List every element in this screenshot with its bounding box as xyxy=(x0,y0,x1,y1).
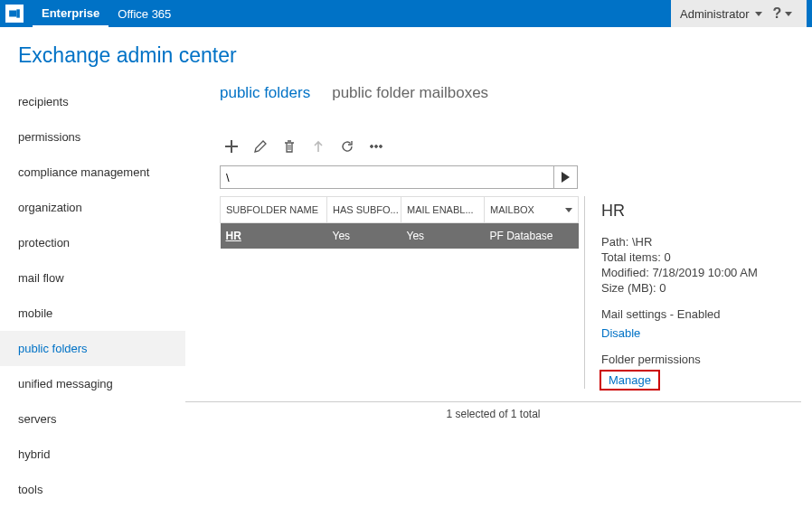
folder-table: SUBFOLDER NAME HAS SUBFO... MAIL ENABL..… xyxy=(220,196,579,389)
help-icon: ? xyxy=(773,5,782,22)
svg-point-3 xyxy=(375,146,378,148)
cell-name: HR xyxy=(221,223,327,249)
sidebar-item-hybrid[interactable]: hybrid xyxy=(0,437,185,472)
refresh-button[interactable] xyxy=(339,138,355,155)
manage-link[interactable]: Manage xyxy=(601,372,658,389)
more-button[interactable] xyxy=(368,138,384,155)
svg-point-4 xyxy=(380,146,382,148)
sidebar-item-public-folders[interactable]: public folders xyxy=(0,331,185,366)
go-button[interactable] xyxy=(554,165,578,189)
sub-nav: public folders public folder mailboxes xyxy=(220,84,801,102)
col-has-subfolders[interactable]: HAS SUBFO... xyxy=(327,197,401,223)
path-input[interactable] xyxy=(220,165,554,189)
topbar-right: Administrator ? xyxy=(671,0,807,27)
sidebar-item-mailflow[interactable]: mail flow xyxy=(0,260,185,296)
col-mailbox[interactable]: MAILBOX xyxy=(485,197,579,223)
details-size: Size (MB): 0 xyxy=(601,281,801,295)
chevron-down-icon xyxy=(565,208,572,212)
cell-has-subfolders: Yes xyxy=(327,223,401,249)
sidebar-item-protection[interactable]: protection xyxy=(0,225,185,260)
details-path: Path: \HR xyxy=(601,235,801,249)
disable-link[interactable]: Disable xyxy=(601,326,640,340)
details-modified: Modified: 7/18/2019 10:00 AM xyxy=(601,266,801,279)
details-total-items: Total items: 0 xyxy=(601,250,801,264)
add-button[interactable] xyxy=(223,138,240,155)
sidebar-item-recipients[interactable]: recipients xyxy=(0,84,185,119)
svg-rect-0 xyxy=(9,11,16,17)
page-title: Exchange admin center xyxy=(0,27,812,84)
details-pane: HR Path: \HR Total items: 0 Modified: 7/… xyxy=(584,196,801,389)
edit-button[interactable] xyxy=(252,138,269,155)
main-panel: public folders public folder mailboxes S xyxy=(185,84,812,507)
sidebar-item-compliance[interactable]: compliance management xyxy=(0,155,185,190)
cell-mail-enabled: Yes xyxy=(401,223,485,249)
sidebar-item-servers[interactable]: servers xyxy=(0,401,185,437)
toolbar xyxy=(220,138,801,155)
sidebar-item-organization[interactable]: organization xyxy=(0,190,185,225)
sidebar-item-unified-messaging[interactable]: unified messaging xyxy=(0,366,185,401)
col-subfolder-name[interactable]: SUBFOLDER NAME xyxy=(221,197,327,223)
administrator-label: Administrator xyxy=(680,7,750,21)
administrator-dropdown[interactable]: Administrator xyxy=(680,7,762,21)
cell-mailbox: PF Database xyxy=(485,223,579,249)
chevron-down-icon xyxy=(755,12,762,16)
delete-button[interactable] xyxy=(281,138,297,155)
sidebar-item-permissions[interactable]: permissions xyxy=(0,119,185,155)
svg-rect-1 xyxy=(16,9,20,17)
sidebar-item-tools[interactable]: tools xyxy=(0,472,185,507)
col-mail-enabled[interactable]: MAIL ENABL... xyxy=(401,197,485,223)
office-logo-icon xyxy=(5,5,24,23)
sidebar-item-mobile[interactable]: mobile xyxy=(0,296,185,331)
tab-enterprise[interactable]: Enterprise xyxy=(33,1,109,27)
chevron-down-icon xyxy=(785,12,792,16)
mail-settings-label: Mail settings - Enabled xyxy=(601,307,801,321)
col-mailbox-label: MAILBOX xyxy=(490,204,534,215)
svg-point-2 xyxy=(371,146,373,148)
details-title: HR xyxy=(601,202,801,221)
help-dropdown[interactable]: ? xyxy=(773,5,793,22)
folder-permissions-label: Folder permissions xyxy=(601,353,801,366)
sidebar: recipients permissions compliance manage… xyxy=(0,84,185,507)
top-bar: Enterprise Office 365 Administrator ? xyxy=(0,0,812,27)
subnav-public-folders[interactable]: public folders xyxy=(220,84,310,102)
table-row[interactable]: HR Yes Yes PF Database xyxy=(221,223,579,249)
status-bar: 1 selected of 1 total xyxy=(185,401,801,420)
path-row xyxy=(220,165,801,189)
subnav-public-folder-mailboxes[interactable]: public folder mailboxes xyxy=(332,84,488,102)
tab-office365[interactable]: Office 365 xyxy=(109,2,180,26)
up-arrow-button[interactable] xyxy=(310,138,326,155)
